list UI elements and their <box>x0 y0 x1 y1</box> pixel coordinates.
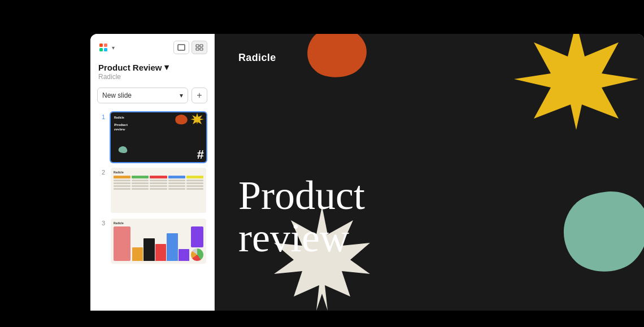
svg-rect-0 <box>99 43 103 47</box>
new-slide-button[interactable]: New slide ▾ <box>97 88 188 103</box>
slide-item-2[interactable]: 2 Radicle <box>97 167 207 214</box>
new-slide-chevron: ▾ <box>180 91 183 99</box>
teal-blob-decoration <box>548 181 644 305</box>
svg-rect-8 <box>200 48 203 50</box>
yellow-blob-decoration <box>503 34 644 136</box>
add-slide-button[interactable]: + <box>192 88 207 103</box>
presentation-subtitle: Radicle <box>98 73 206 81</box>
slide-canvas: Radicle Product review <box>215 34 644 311</box>
svg-rect-5 <box>196 45 199 47</box>
sidebar-header: Product Review ▾ Radicle <box>90 60 214 82</box>
slides-list: 1 Radicle Productreview <box>90 109 214 267</box>
toolbar-left: ▾ <box>97 41 115 54</box>
slide-thumb-2: Radicle <box>110 167 207 214</box>
sidebar: ▾ Produc <box>90 34 215 311</box>
sidebar-toolbar: ▾ <box>90 41 214 60</box>
toolbar-right <box>173 41 207 54</box>
slide-number-1: 1 <box>97 114 105 120</box>
presentation-title[interactable]: Product Review ▾ <box>98 62 206 72</box>
svg-rect-4 <box>178 45 185 50</box>
svg-rect-1 <box>104 43 107 47</box>
slide-title: Product review <box>238 175 365 260</box>
slide-item-3[interactable]: 3 Radicle <box>97 217 207 265</box>
view-single-button[interactable] <box>173 41 189 54</box>
main-content: Radicle Product review <box>215 34 644 311</box>
svg-rect-6 <box>200 45 203 47</box>
slide-thumb-3: Radicle <box>110 217 207 265</box>
svg-rect-3 <box>104 48 107 51</box>
slide-number-3: 3 <box>97 220 105 226</box>
new-slide-label: New slide <box>102 91 132 99</box>
thumb1-logo: Radicle <box>114 116 124 119</box>
slide-number-2: 2 <box>97 169 105 176</box>
toolbar-chevron: ▾ <box>112 45 115 51</box>
orange-blob-decoration <box>294 34 373 90</box>
title-chevron: ▾ <box>164 62 169 72</box>
thumb2-table <box>114 176 203 190</box>
slide-thumb-1: Radicle Productreview <box>110 111 207 163</box>
thumb3-logo: Radicle <box>114 221 124 225</box>
thumb1-text: Productreview <box>114 123 128 132</box>
figma-icon <box>97 41 110 54</box>
new-slide-bar: New slide ▾ + <box>90 82 214 109</box>
add-icon: + <box>197 90 202 101</box>
slide-title-line1: Product <box>238 173 365 218</box>
app-container: ▾ Produc <box>90 34 644 311</box>
presentation-title-text: Product Review <box>98 63 162 72</box>
slide-item-1[interactable]: 1 Radicle Productreview <box>97 111 207 163</box>
svg-rect-2 <box>99 48 103 51</box>
slide-title-line2: review <box>238 215 349 260</box>
thumb2-logo: Radicle <box>114 171 124 174</box>
slide-brand-text: Radicle <box>238 52 276 64</box>
svg-rect-7 <box>196 48 199 50</box>
view-grid-button[interactable] <box>192 41 207 54</box>
